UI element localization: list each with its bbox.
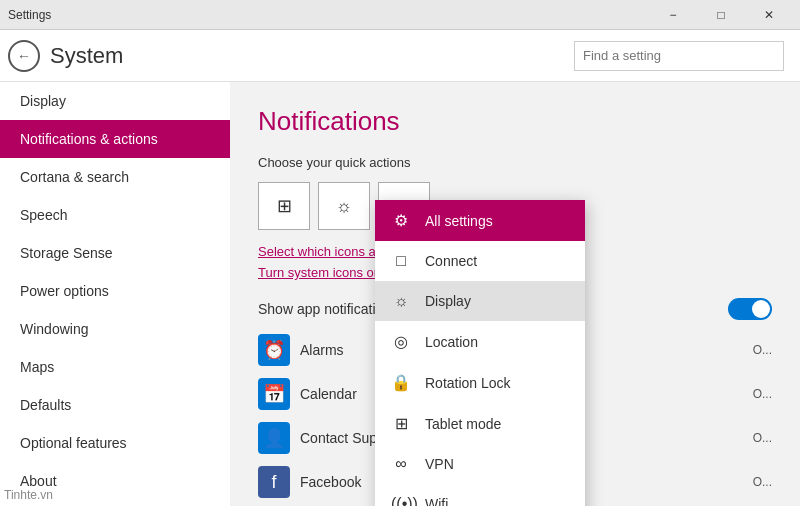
sidebar-item-optional[interactable]: Optional features <box>0 424 230 462</box>
main-layout: DisplayNotifications & actionsCortana & … <box>0 82 800 506</box>
quick-actions-dropdown: ⚙All settings□Connect☼Display◎Location🔒R… <box>375 200 585 506</box>
app-header-left: ← System <box>8 40 123 72</box>
app-icon-contact: 👤 <box>258 422 290 454</box>
dropdown-icon-all-settings: ⚙ <box>391 211 411 230</box>
dropdown-label-connect: Connect <box>425 253 477 269</box>
sidebar-item-maps[interactable]: Maps <box>0 348 230 386</box>
app-icon-calendar: 📅 <box>258 378 290 410</box>
quick-action-brightness[interactable]: ☼ <box>318 182 370 230</box>
title-bar-title: Settings <box>8 8 51 22</box>
dropdown-icon-tablet-mode: ⊞ <box>391 414 411 433</box>
sidebar-item-cortana[interactable]: Cortana & search <box>0 158 230 196</box>
back-button[interactable]: ← <box>8 40 40 72</box>
sidebar-item-windowing[interactable]: Windowing <box>0 310 230 348</box>
app-icon-alarms: ⏰ <box>258 334 290 366</box>
content-area: Notifications Choose your quick actions … <box>230 82 800 506</box>
sidebar-item-defaults[interactable]: Defaults <box>0 386 230 424</box>
sidebar-item-power[interactable]: Power options <box>0 272 230 310</box>
dropdown-icon-vpn: ∞ <box>391 455 411 473</box>
dropdown-icon-display: ☼ <box>391 292 411 310</box>
maximize-button[interactable]: □ <box>698 0 744 30</box>
dropdown-item-tablet-mode[interactable]: ⊞Tablet mode <box>375 403 585 444</box>
sidebar-item-display[interactable]: Display <box>0 82 230 120</box>
sidebar-item-speech[interactable]: Speech <box>0 196 230 234</box>
dropdown-label-all-settings: All settings <box>425 213 493 229</box>
app-toggle-alarms[interactable]: O... <box>753 343 772 357</box>
app-header: ← System <box>0 30 800 82</box>
sidebar-item-notifications[interactable]: Notifications & actions <box>0 120 230 158</box>
dropdown-label-tablet-mode: Tablet mode <box>425 416 501 432</box>
watermark: Tinhte.vn <box>4 488 53 502</box>
content-title: Notifications <box>258 106 772 137</box>
title-bar-controls: − □ ✕ <box>650 0 792 30</box>
dropdown-icon-connect: □ <box>391 252 411 270</box>
back-icon: ← <box>17 48 31 64</box>
dropdown-item-wifi[interactable]: ((•))Wifi <box>375 484 585 506</box>
dropdown-item-all-settings[interactable]: ⚙All settings <box>375 200 585 241</box>
dropdown-icon-location: ◎ <box>391 332 411 351</box>
quick-actions-label: Choose your quick actions <box>258 155 772 170</box>
dropdown-item-vpn[interactable]: ∞VPN <box>375 444 585 484</box>
app-toggle-facebook[interactable]: O... <box>753 475 772 489</box>
dropdown-item-display[interactable]: ☼Display <box>375 281 585 321</box>
title-bar: Settings − □ ✕ <box>0 0 800 30</box>
quick-action-tablet-mode[interactable]: ⊞ <box>258 182 310 230</box>
app-title: System <box>50 43 123 69</box>
dropdown-icon-rotation-lock: 🔒 <box>391 373 411 392</box>
search-input[interactable] <box>574 41 784 71</box>
app-toggle-contact[interactable]: O... <box>753 431 772 445</box>
dropdown-icon-wifi: ((•)) <box>391 495 411 506</box>
sidebar-item-storage[interactable]: Storage Sense <box>0 234 230 272</box>
dropdown-item-location[interactable]: ◎Location <box>375 321 585 362</box>
close-button[interactable]: ✕ <box>746 0 792 30</box>
sidebar: DisplayNotifications & actionsCortana & … <box>0 82 230 506</box>
app-toggle-calendar[interactable]: O... <box>753 387 772 401</box>
dropdown-label-rotation-lock: Rotation Lock <box>425 375 511 391</box>
dropdown-label-display: Display <box>425 293 471 309</box>
minimize-button[interactable]: − <box>650 0 696 30</box>
dropdown-item-connect[interactable]: □Connect <box>375 241 585 281</box>
dropdown-label-location: Location <box>425 334 478 350</box>
dropdown-label-wifi: Wifi <box>425 496 448 506</box>
app-icon-facebook: f <box>258 466 290 498</box>
show-app-notifications-toggle[interactable] <box>728 298 772 320</box>
dropdown-label-vpn: VPN <box>425 456 454 472</box>
dropdown-item-rotation-lock[interactable]: 🔒Rotation Lock <box>375 362 585 403</box>
